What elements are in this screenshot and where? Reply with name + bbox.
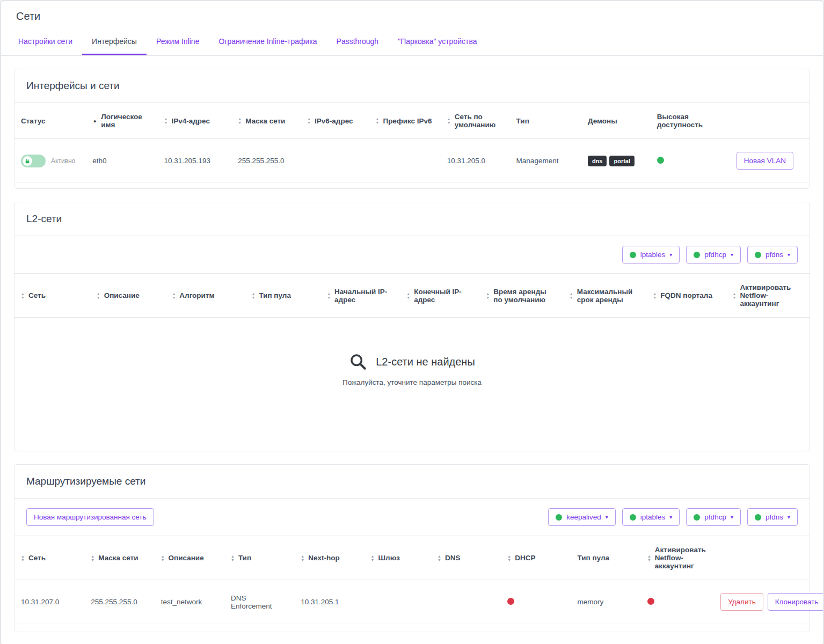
sort-icon[interactable]: ▲▼ [406, 292, 410, 299]
sort-asc-icon[interactable]: ▲ [92, 118, 97, 123]
col-network[interactable]: ▲▼Сеть [14, 536, 84, 580]
col-network[interactable]: ▲▼Сеть [14, 274, 90, 318]
sort-icon[interactable]: ▲▼ [375, 117, 379, 125]
sort-icon[interactable]: ▲▼ [570, 292, 573, 299]
tab-device-parking[interactable]: "Парковка" устройства [388, 29, 486, 55]
high-availability-status-dot [657, 157, 664, 164]
dhcp-status-dot [507, 598, 514, 605]
col-label: Сеть по умолчанию [455, 113, 504, 129]
service-dropdown-pfdhcp[interactable]: pfdhcp ▾ [686, 508, 741, 526]
col-label: Активировать Netflow-аккаунтинг [655, 546, 708, 570]
sort-icon[interactable]: ▲▼ [327, 292, 331, 299]
cell-logical-name: eth0 [86, 139, 157, 183]
sort-icon[interactable]: ▲▼ [231, 554, 235, 562]
service-dropdown-iptables[interactable]: iptables ▾ [622, 508, 680, 526]
col-description[interactable]: ▲▼Описание [155, 536, 224, 580]
col-label: Тип [238, 554, 251, 562]
col-start-ip[interactable]: ▲▼Начальный IP-адрес [320, 274, 400, 318]
sort-icon[interactable]: ▲▼ [647, 554, 651, 562]
sort-icon[interactable]: ▲▼ [21, 292, 25, 299]
tab-passthrough[interactable]: Passthrough [327, 29, 389, 55]
sort-icon[interactable]: ▲▼ [653, 292, 657, 299]
service-label: pfdhcp [704, 513, 726, 521]
status-toggle[interactable] [21, 155, 46, 167]
sort-icon[interactable]: ▲▼ [732, 292, 736, 299]
sort-icon[interactable]: ▲▼ [251, 292, 255, 299]
col-gateway[interactable]: ▲▼Шлюз [364, 536, 431, 580]
sort-icon[interactable]: ▲▼ [97, 292, 100, 299]
search-icon [349, 353, 367, 371]
col-label: Сеть [28, 291, 46, 299]
sort-icon[interactable]: ▲▼ [238, 117, 242, 125]
col-portal-fqdn[interactable]: ▲▼FQDN портала [646, 274, 726, 318]
sort-icon[interactable]: ▲▼ [91, 554, 94, 562]
sort-icon[interactable]: ▲▼ [164, 117, 168, 125]
col-label: Логическое имя [101, 113, 151, 129]
routed-table: ▲▼Сеть ▲▼Маска сети ▲▼Описание ▲▼Тип ▲▼N… [14, 536, 810, 624]
interface-row-eth0: Активно eth0 10.31.205.193 255.255.255.0… [14, 139, 810, 183]
col-default-network[interactable]: ▲▼Сеть по умолчанию [441, 103, 510, 139]
new-vlan-button[interactable]: Новая VLAN [737, 152, 793, 170]
col-algorithm[interactable]: ▲▼Алгоритм [165, 274, 245, 318]
chevron-down-icon: ▾ [731, 252, 733, 258]
col-dns[interactable]: ▲▼DNS [431, 536, 501, 580]
sort-icon[interactable]: ▲▼ [371, 554, 375, 562]
col-type[interactable]: ▲▼Тип [224, 536, 294, 580]
service-status-dot [755, 514, 761, 521]
col-label: Максимальный срок аренды [577, 288, 640, 304]
col-ipv6-address[interactable]: ▲▼IPv6-адрес [301, 103, 369, 139]
routed-toolbar: Новая маршрутизированная сеть keepalived… [14, 499, 810, 536]
col-netmask[interactable]: ▲▼Маска сети [231, 103, 301, 139]
col-label: Время аренды по умолчанию [493, 288, 557, 304]
col-label: IPv6-адрес [315, 117, 353, 125]
service-dropdown-pfdns[interactable]: pfdns ▾ [747, 246, 798, 264]
col-label: Маска сети [98, 554, 138, 562]
delete-button[interactable]: Удалить [720, 593, 763, 611]
service-dropdown-pfdns[interactable]: pfdns ▾ [747, 508, 798, 526]
col-default-lease-time[interactable]: ▲▼Время аренды по умолчанию [479, 274, 563, 318]
sort-icon[interactable]: ▲▼ [437, 554, 441, 562]
service-dropdown-iptables[interactable]: iptables ▾ [622, 246, 680, 264]
routed-networks-card: Маршрутизируемые сети Новая маршрутизиро… [14, 464, 810, 632]
tab-inline-mode[interactable]: Режим Inline [147, 29, 209, 55]
routed-header-row: ▲▼Сеть ▲▼Маска сети ▲▼Описание ▲▼Тип ▲▼N… [14, 536, 810, 580]
interfaces-header-row: Статус ▲Логическое имя ▲▼IPv4-адрес ▲▼Ма… [14, 103, 810, 139]
service-dropdown-keepalived[interactable]: keepalived ▾ [548, 508, 616, 526]
col-type: Тип [510, 103, 581, 139]
tab-network-settings[interactable]: Настройки сети [9, 29, 82, 55]
col-pool-type[interactable]: ▲▼Тип пула [245, 274, 320, 318]
sort-icon[interactable]: ▲▼ [307, 117, 311, 125]
clone-button[interactable]: Клонировать [768, 593, 823, 611]
tab-inline-traffic-limit[interactable]: Ограничение Inline-трафика [209, 29, 326, 55]
tab-interfaces[interactable]: Интерфейсы [82, 29, 147, 55]
sort-icon[interactable]: ▲▼ [161, 554, 165, 562]
sort-icon[interactable]: ▲▼ [172, 292, 176, 299]
col-netflow-accounting[interactable]: ▲▼Активировать Netflow-аккаунтинг [726, 274, 810, 318]
sort-icon[interactable]: ▲▼ [21, 554, 25, 562]
sort-icon[interactable]: ▲▼ [447, 117, 451, 125]
col-logical-name[interactable]: ▲Логическое имя [86, 103, 157, 139]
sort-icon[interactable]: ▲▼ [301, 554, 304, 562]
new-routed-network-button[interactable]: Новая маршрутизированная сеть [26, 508, 154, 526]
cell-netmask: 255.255.255.0 [84, 580, 154, 624]
col-status: Статус [14, 103, 86, 139]
col-description[interactable]: ▲▼Описание [90, 274, 166, 318]
sort-icon[interactable]: ▲▼ [507, 554, 511, 562]
col-max-lease-time[interactable]: ▲▼Максимальный срок аренды [563, 274, 647, 318]
col-dhcp[interactable]: ▲▼DHCP [501, 536, 571, 580]
col-label: Статус [21, 117, 46, 125]
chevron-down-icon: ▾ [731, 514, 733, 520]
cell-actions: Удалить Клонировать [714, 580, 810, 624]
service-label: pfdns [765, 251, 783, 259]
sort-icon[interactable]: ▲▼ [486, 292, 490, 299]
col-ipv6-prefix[interactable]: ▲▼Префикс IPv6 [369, 103, 440, 139]
status-label: Активно [51, 157, 75, 165]
service-dropdown-pfdhcp[interactable]: pfdhcp ▾ [686, 246, 741, 264]
cell-type: Management [510, 139, 581, 183]
col-netflow-accounting[interactable]: ▲▼Активировать Netflow-аккаунтинг [641, 536, 714, 580]
col-actions [730, 103, 810, 139]
col-ipv4-address[interactable]: ▲▼IPv4-адрес [158, 103, 232, 139]
col-next-hop[interactable]: ▲▼Next-hop [294, 536, 364, 580]
col-end-ip[interactable]: ▲▼Конечный IP-адрес [400, 274, 479, 318]
col-netmask[interactable]: ▲▼Маска сети [84, 536, 154, 580]
